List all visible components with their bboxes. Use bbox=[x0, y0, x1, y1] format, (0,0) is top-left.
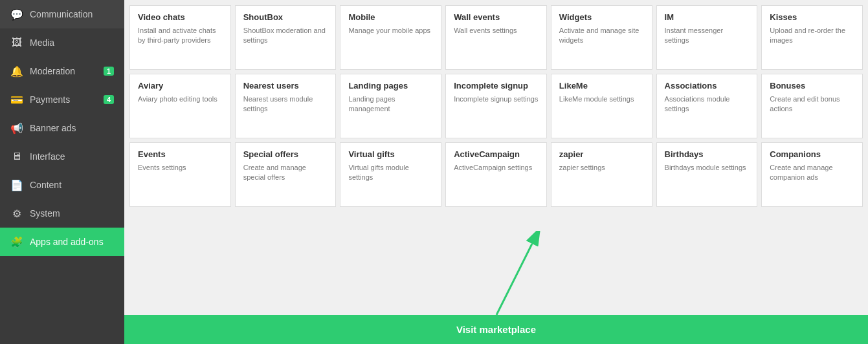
card-title-associations: Associations bbox=[665, 81, 750, 91]
card-widgets[interactable]: WidgetsActivate and manage site widgets bbox=[551, 5, 652, 70]
card-title-bonuses: Bonuses bbox=[770, 81, 854, 91]
card-incomplete-signup[interactable]: Incomplete signupIncomplete signup setti… bbox=[445, 74, 547, 138]
card-desc-events: Events settings bbox=[138, 163, 223, 173]
sidebar-label-system: System bbox=[30, 208, 60, 219]
card-bonuses[interactable]: BonusesCreate and edit bonus actions bbox=[761, 74, 863, 138]
sidebar-item-media[interactable]: 🖼Media bbox=[0, 28, 124, 57]
arrow-icon bbox=[432, 231, 561, 315]
apps-add-ons-icon: 🧩 bbox=[10, 235, 23, 248]
sidebar-item-system[interactable]: ⚙System bbox=[0, 199, 124, 228]
bottom-section: Visit marketplace bbox=[124, 231, 868, 344]
moderation-icon: 🔔 bbox=[10, 65, 23, 78]
card-desc-nearest-users: Nearest users module settings bbox=[243, 94, 328, 114]
main-content: Video chatsInstall and activate chats by… bbox=[124, 0, 868, 344]
sidebar-label-media: Media bbox=[30, 38, 54, 48]
card-title-wall-events: Wall events bbox=[454, 12, 539, 22]
sidebar-label-payments: Payments bbox=[30, 94, 70, 105]
sidebar-item-apps-add-ons[interactable]: 🧩Apps and add-ons bbox=[0, 228, 124, 256]
card-companions[interactable]: CompanionsCreate and manage companion ad… bbox=[761, 142, 863, 207]
sidebar-item-banner-ads[interactable]: 📢Banner ads bbox=[0, 114, 124, 142]
card-birthdays[interactable]: BirthdaysBirthdays module settings bbox=[656, 142, 758, 207]
card-title-im: IM bbox=[665, 12, 750, 22]
card-desc-bonuses: Create and edit bonus actions bbox=[770, 94, 854, 114]
card-aviary[interactable]: AviaryAviary photo editing tools bbox=[129, 74, 231, 138]
card-nearest-users[interactable]: Nearest usersNearest users module settin… bbox=[235, 74, 337, 138]
card-events[interactable]: EventsEvents settings bbox=[129, 142, 231, 207]
card-desc-im: Instant messenger settings bbox=[665, 26, 750, 46]
card-landing-pages[interactable]: Landing pagesLanding pages management bbox=[340, 74, 441, 138]
card-likeme[interactable]: LikeMeLikeMe module settings bbox=[551, 74, 652, 138]
card-title-video-chats: Video chats bbox=[138, 12, 223, 22]
sidebar: 💬Communication🖼Media🔔Moderation1💳Payment… bbox=[0, 0, 124, 344]
card-desc-wall-events: Wall events settings bbox=[454, 26, 539, 36]
card-desc-special-offers: Create and manage special offers bbox=[243, 163, 328, 183]
card-activecampaign[interactable]: ActiveCampaignActiveCampaign settings bbox=[445, 142, 547, 207]
card-desc-associations: Associations module settings bbox=[665, 94, 750, 114]
card-title-kisses: Kisses bbox=[770, 12, 854, 22]
card-desc-companions: Create and manage companion ads bbox=[770, 163, 854, 183]
sidebar-label-interface: Interface bbox=[30, 151, 65, 162]
card-title-incomplete-signup: Incomplete signup bbox=[454, 81, 539, 91]
banner-ads-icon: 📢 bbox=[10, 122, 23, 134]
card-title-virtual-gifts: Virtual gifts bbox=[348, 149, 433, 159]
card-title-activecampaign: ActiveCampaign bbox=[454, 149, 539, 159]
card-desc-landing-pages: Landing pages management bbox=[348, 94, 433, 114]
card-title-likeme: LikeMe bbox=[559, 81, 644, 91]
card-special-offers[interactable]: Special offersCreate and manage special … bbox=[235, 142, 337, 207]
card-desc-shoutbox: ShoutBox moderation and settings bbox=[243, 26, 328, 46]
card-desc-activecampaign: ActiveCampaign settings bbox=[454, 163, 539, 173]
sidebar-item-payments[interactable]: 💳Payments4 bbox=[0, 85, 124, 114]
communication-icon: 💬 bbox=[10, 8, 23, 21]
card-desc-kisses: Upload and re-order the images bbox=[770, 26, 854, 46]
card-title-mobile: Mobile bbox=[348, 12, 433, 22]
card-desc-widgets: Activate and manage site widgets bbox=[559, 26, 644, 46]
card-zapier[interactable]: zapierzapier settings bbox=[551, 142, 652, 207]
card-desc-incomplete-signup: Incomplete signup settings bbox=[454, 94, 539, 104]
sidebar-badge-payments: 4 bbox=[104, 95, 114, 104]
card-kisses[interactable]: KissesUpload and re-order the images bbox=[761, 5, 863, 70]
card-mobile[interactable]: MobileManage your mobile apps bbox=[340, 5, 441, 70]
card-title-special-offers: Special offers bbox=[243, 149, 328, 159]
card-desc-mobile: Manage your mobile apps bbox=[348, 26, 433, 36]
content-icon: 📄 bbox=[10, 178, 23, 191]
card-title-widgets: Widgets bbox=[559, 12, 644, 22]
card-desc-likeme: LikeMe module settings bbox=[559, 94, 644, 104]
card-title-zapier: zapier bbox=[559, 149, 644, 159]
card-im[interactable]: IMInstant messenger settings bbox=[656, 5, 758, 70]
sidebar-badge-moderation: 1 bbox=[104, 67, 114, 76]
visit-marketplace-label: Visit marketplace bbox=[456, 324, 536, 335]
media-icon: 🖼 bbox=[10, 36, 23, 49]
sidebar-item-communication[interactable]: 💬Communication bbox=[0, 0, 124, 28]
card-title-birthdays: Birthdays bbox=[665, 149, 750, 159]
card-desc-birthdays: Birthdays module settings bbox=[665, 163, 750, 173]
modules-grid: Video chatsInstall and activate chats by… bbox=[129, 5, 863, 207]
sidebar-item-interface[interactable]: 🖥Interface bbox=[0, 142, 124, 171]
card-title-aviary: Aviary bbox=[138, 81, 223, 91]
visit-marketplace-button[interactable]: Visit marketplace bbox=[124, 315, 868, 344]
interface-icon: 🖥 bbox=[10, 150, 23, 163]
system-icon: ⚙ bbox=[10, 207, 23, 220]
card-title-companions: Companions bbox=[770, 149, 854, 159]
sidebar-label-communication: Communication bbox=[30, 9, 93, 19]
card-title-shoutbox: ShoutBox bbox=[243, 12, 328, 22]
payments-icon: 💳 bbox=[10, 93, 23, 106]
sidebar-label-moderation: Moderation bbox=[30, 66, 75, 76]
card-shoutbox[interactable]: ShoutBoxShoutBox moderation and settings bbox=[235, 5, 337, 70]
modules-grid-area: Video chatsInstall and activate chats by… bbox=[124, 0, 868, 231]
sidebar-label-banner-ads: Banner ads bbox=[30, 123, 76, 133]
card-title-nearest-users: Nearest users bbox=[243, 81, 328, 91]
card-virtual-gifts[interactable]: Virtual giftsVirtual gifts module settin… bbox=[340, 142, 441, 207]
card-desc-virtual-gifts: Virtual gifts module settings bbox=[348, 163, 433, 183]
card-desc-zapier: zapier settings bbox=[559, 163, 644, 173]
card-desc-video-chats: Install and activate chats by third-part… bbox=[138, 26, 223, 46]
sidebar-label-apps-add-ons: Apps and add-ons bbox=[30, 237, 104, 247]
card-desc-aviary: Aviary photo editing tools bbox=[138, 94, 223, 104]
sidebar-label-content: Content bbox=[30, 180, 61, 190]
card-wall-events[interactable]: Wall eventsWall events settings bbox=[445, 5, 547, 70]
card-video-chats[interactable]: Video chatsInstall and activate chats by… bbox=[129, 5, 231, 70]
sidebar-item-content[interactable]: 📄Content bbox=[0, 171, 124, 199]
card-title-events: Events bbox=[138, 149, 223, 159]
sidebar-item-moderation[interactable]: 🔔Moderation1 bbox=[0, 57, 124, 85]
svg-line-1 bbox=[496, 244, 532, 315]
card-associations[interactable]: AssociationsAssociations module settings bbox=[656, 74, 758, 138]
